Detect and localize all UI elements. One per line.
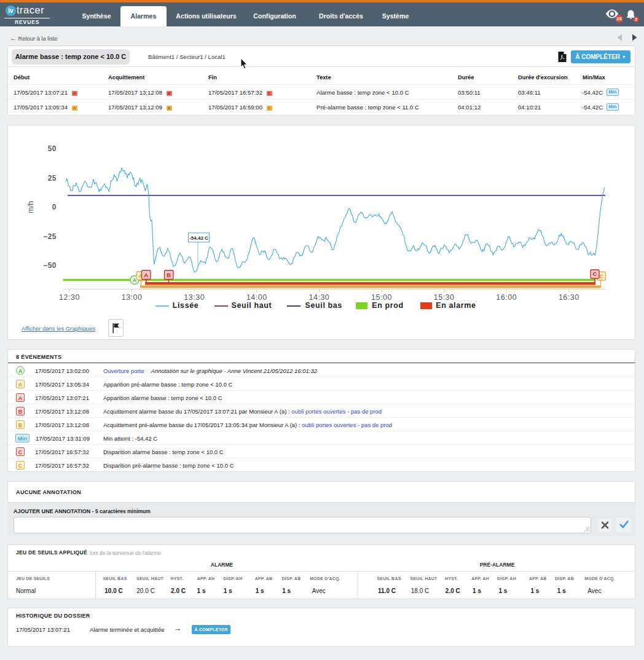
svg-text:12:30: 12:30 <box>59 293 80 302</box>
svg-text:−50: −50 <box>43 261 57 270</box>
svg-text:28: 28 <box>616 16 621 22</box>
svg-text:50: 50 <box>48 144 57 153</box>
svg-text:16:30: 16:30 <box>559 293 579 302</box>
svg-text:m/h: m/h <box>26 201 35 213</box>
svg-text:-54.42 C: -54.42 C <box>189 235 208 241</box>
svg-text:16:00: 16:00 <box>496 293 517 302</box>
svg-text:25: 25 <box>48 174 57 183</box>
svg-text:3: 3 <box>635 17 637 22</box>
svg-text:0: 0 <box>52 203 57 211</box>
svg-text:C: C <box>593 270 597 277</box>
svg-text:15:30: 15:30 <box>434 293 455 302</box>
svg-text:C: C <box>599 273 603 280</box>
svg-text:14:00: 14:00 <box>246 293 267 302</box>
svg-text:A: A <box>133 277 137 283</box>
svg-text:15:00: 15:00 <box>371 293 392 302</box>
svg-text:A: A <box>144 272 148 278</box>
svg-text:14:30: 14:30 <box>309 293 330 302</box>
svg-text:B: B <box>167 272 171 278</box>
svg-text:−25: −25 <box>43 232 57 241</box>
svg-text:13:30: 13:30 <box>184 293 205 302</box>
svg-text:13:00: 13:00 <box>122 293 143 302</box>
